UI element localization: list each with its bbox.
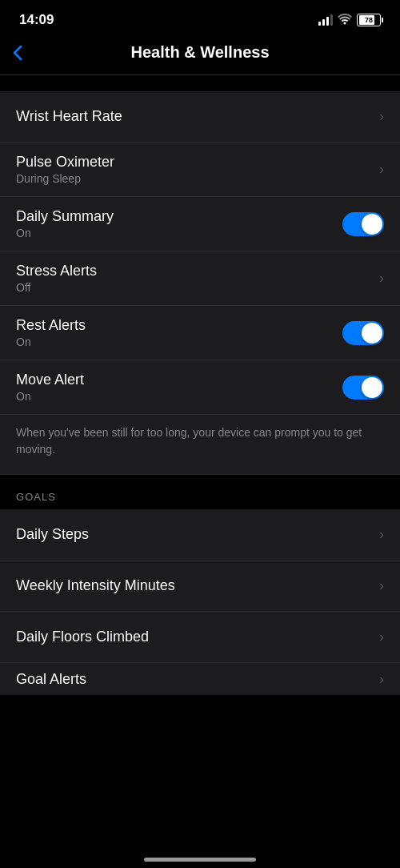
home-indicator [0,848,400,868]
wifi-icon [338,14,352,27]
chevron-icon: › [379,629,384,645]
weekly-intensity-minutes-item[interactable]: Weekly Intensity Minutes › [0,561,400,612]
rest-alerts-toggle[interactable] [342,321,384,345]
back-button[interactable] [13,45,22,61]
weekly-intensity-minutes-title: Weekly Intensity Minutes [16,577,175,594]
chevron-icon: › [379,671,384,688]
move-alert-title: Move Alert [16,372,84,388]
goal-alerts-item[interactable]: Goal Alerts › [0,663,400,695]
rest-alerts-subtitle: On [16,336,86,348]
status-bar: 14:09 78 [0,0,400,35]
stress-alerts-title: Stress Alerts [16,263,97,279]
daily-floors-climbed-title: Daily Floors Climbed [16,629,149,645]
pulse-oximeter-item[interactable]: Pulse Oximeter During Sleep › [0,143,400,197]
move-alert-subtitle: On [16,390,84,403]
pulse-oximeter-title: Pulse Oximeter [16,154,114,171]
chevron-icon: › [379,526,384,543]
wrist-heart-rate-item[interactable]: Wrist Heart Rate › [0,91,400,143]
daily-steps-item[interactable]: Daily Steps › [0,509,400,561]
goal-alerts-title: Goal Alerts [16,671,86,688]
daily-summary-title: Daily Summary [16,208,114,225]
settings-list: Wrist Heart Rate › Pulse Oximeter During… [0,91,400,475]
page-title: Health & Wellness [130,43,269,62]
move-alert-description: When you've been still for too long, you… [0,415,400,475]
chevron-icon: › [379,270,384,287]
status-icons: 78 [318,14,381,27]
stress-alerts-item[interactable]: Stress Alerts Off › [0,251,400,306]
stress-alerts-subtitle: Off [16,281,97,294]
toggle-knob [362,323,382,344]
header-divider [0,74,400,75]
signal-icon [318,14,333,26]
rest-alerts-item[interactable]: Rest Alerts On [0,306,400,360]
chevron-icon: › [379,577,384,594]
wrist-heart-rate-title: Wrist Heart Rate [16,108,122,125]
daily-floors-climbed-item[interactable]: Daily Floors Climbed › [0,612,400,663]
goals-section-header: GOALS [0,475,400,509]
move-alert-item[interactable]: Move Alert On [0,360,400,415]
daily-summary-item[interactable]: Daily Summary On [0,197,400,251]
pulse-oximeter-subtitle: During Sleep [16,172,114,185]
nav-header: Health & Wellness [0,35,400,74]
home-bar [144,858,256,862]
rest-alerts-title: Rest Alerts [16,317,86,334]
daily-summary-toggle[interactable] [342,212,384,236]
chevron-icon: › [379,161,384,178]
move-alert-toggle[interactable] [342,376,384,400]
toggle-knob [362,377,382,398]
chevron-icon: › [379,108,384,125]
status-time: 14:09 [19,12,54,28]
battery-icon: 78 [357,14,381,26]
goals-list: Daily Steps › Weekly Intensity Minutes ›… [0,509,400,695]
daily-steps-title: Daily Steps [16,526,89,543]
toggle-knob [362,214,382,235]
daily-summary-subtitle: On [16,227,114,239]
